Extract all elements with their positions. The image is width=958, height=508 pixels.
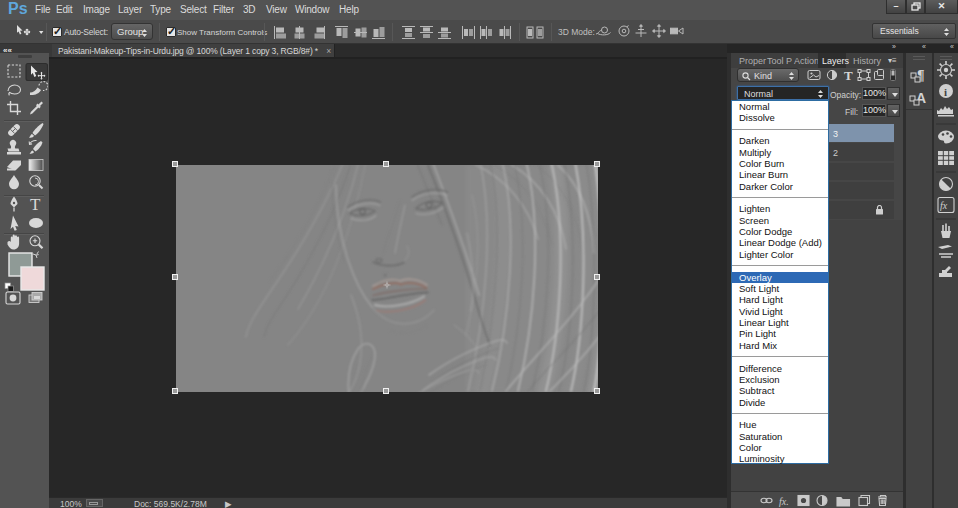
svg-text:fx.: fx. [779,496,789,507]
svg-text:i: i [944,86,947,98]
svg-text:fx: fx [940,200,948,211]
svg-text:T: T [30,195,41,214]
svg-text:T: T [844,68,853,82]
